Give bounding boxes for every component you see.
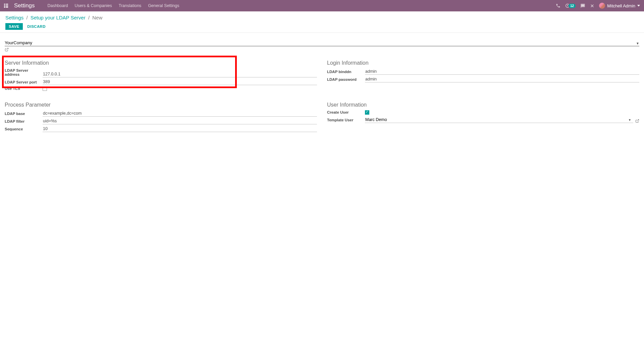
nav-dashboard[interactable]: Dashboard bbox=[44, 1, 71, 11]
template-user-label: Template User bbox=[327, 118, 365, 123]
apps-menu-icon[interactable] bbox=[4, 4, 8, 8]
create-user-label: Create User bbox=[327, 110, 365, 115]
sequence-label: Sequence bbox=[5, 127, 43, 132]
create-user-checkbox[interactable] bbox=[365, 110, 369, 115]
use-tls-checkbox[interactable] bbox=[43, 86, 47, 91]
template-user-caret[interactable]: ▼ bbox=[626, 118, 633, 123]
messages-icon[interactable] bbox=[580, 3, 585, 8]
navbar-right: 12 Mitchell Admin bbox=[556, 3, 640, 9]
activities-badge: 12 bbox=[569, 4, 576, 8]
control-panel: Settings / Setup your LDAP Server / New … bbox=[0, 11, 644, 33]
user-menu[interactable]: Mitchell Admin bbox=[599, 3, 640, 9]
template-user-external-link-icon[interactable] bbox=[633, 119, 639, 123]
close-icon[interactable] bbox=[590, 4, 594, 8]
nav-links: Dashboard Users & Companies Translations… bbox=[44, 1, 182, 11]
use-tls-label: Use TLS bbox=[5, 86, 43, 92]
app-title: Settings bbox=[14, 2, 35, 9]
discard-button[interactable]: Discard bbox=[24, 23, 49, 30]
company-input[interactable] bbox=[5, 40, 634, 46]
ldap-filter-label: LDAP filter bbox=[5, 119, 43, 124]
ldap-port-input[interactable] bbox=[43, 79, 317, 85]
company-dropdown-caret[interactable]: ▼ bbox=[634, 42, 639, 46]
breadcrumb-current: New bbox=[92, 15, 102, 20]
breadcrumb: Settings / Setup your LDAP Server / New bbox=[5, 15, 639, 20]
ldap-address-input[interactable] bbox=[43, 71, 317, 77]
user-info-title: User Information bbox=[327, 101, 639, 108]
ldap-binddn-label: LDAP binddn bbox=[327, 70, 365, 75]
server-information-group: Server Information LDAP Server address L… bbox=[5, 59, 317, 93]
nav-translations[interactable]: Translations bbox=[115, 1, 145, 11]
breadcrumb-root[interactable]: Settings bbox=[5, 15, 23, 20]
avatar bbox=[599, 3, 605, 9]
nav-users-companies[interactable]: Users & Companies bbox=[71, 1, 115, 11]
ldap-base-label: LDAP base bbox=[5, 112, 43, 117]
user-information-group: User Information Create User Template Us… bbox=[327, 101, 639, 133]
ldap-password-input[interactable] bbox=[365, 76, 639, 82]
process-title: Process Parameter bbox=[5, 101, 317, 108]
login-info-title: Login Information bbox=[327, 59, 639, 66]
ldap-password-label: LDAP password bbox=[327, 77, 365, 82]
ldap-binddn-input[interactable] bbox=[365, 68, 639, 75]
form-sheet: ▼ Server Information LDAP Server address… bbox=[0, 33, 644, 146]
user-name: Mitchell Admin bbox=[607, 3, 635, 8]
template-user-input[interactable] bbox=[365, 117, 626, 123]
activities-icon[interactable]: 12 bbox=[565, 3, 576, 8]
chevron-down-icon bbox=[637, 4, 640, 7]
ldap-address-label: LDAP Server address bbox=[5, 68, 43, 77]
breadcrumb-parent[interactable]: Setup your LDAP Server bbox=[31, 15, 86, 20]
phone-icon[interactable] bbox=[556, 3, 560, 8]
process-parameter-group: Process Parameter LDAP base LDAP filter … bbox=[5, 101, 317, 133]
save-button[interactable]: Save bbox=[5, 23, 23, 30]
ldap-filter-input[interactable] bbox=[43, 118, 317, 124]
nav-general-settings[interactable]: General Settings bbox=[145, 1, 182, 11]
login-information-group: Login Information LDAP binddn LDAP passw… bbox=[327, 59, 639, 93]
sequence-input[interactable] bbox=[43, 126, 317, 132]
top-navbar: Settings Dashboard Users & Companies Tra… bbox=[0, 0, 644, 11]
server-info-title: Server Information bbox=[5, 59, 317, 66]
ldap-port-label: LDAP Server port bbox=[5, 80, 43, 85]
ldap-base-input[interactable] bbox=[43, 110, 317, 117]
company-external-link-icon[interactable] bbox=[5, 48, 9, 52]
